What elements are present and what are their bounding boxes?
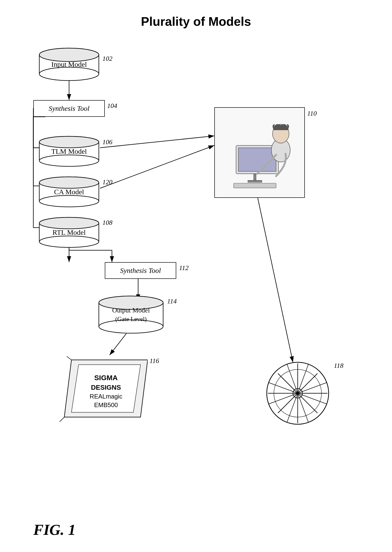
svg-point-18 (39, 155, 99, 166)
wheel-ref: 118 (334, 362, 343, 369)
person-ref: 110 (307, 110, 317, 117)
synthesis-tool-1-label: Synthesis Tool (49, 104, 89, 113)
tlm-model-label: TLM Model (51, 147, 87, 155)
input-model-ref: 102 (102, 55, 112, 62)
rtl-model-cylinder: RTL Model (38, 217, 100, 248)
page-container: Plurality of Models (0, 0, 392, 552)
svg-point-24 (39, 195, 99, 207)
svg-point-13 (39, 48, 99, 62)
output-model-ref: 114 (167, 297, 177, 305)
tlm-model-cylinder: TLM Model (38, 136, 100, 167)
synthesis-tool-1-box: Synthesis Tool (33, 100, 105, 117)
person-box (214, 107, 305, 198)
input-model-cylinder: Input Model (38, 48, 100, 81)
svg-point-30 (39, 236, 99, 247)
rtl-model-ref: 108 (102, 219, 112, 226)
svg-point-19 (39, 136, 99, 148)
svg-text:SIGMA: SIGMA (94, 374, 118, 382)
svg-point-25 (39, 177, 99, 188)
svg-point-12 (39, 67, 99, 80)
svg-text:EMB500: EMB500 (94, 401, 118, 409)
rtl-model-label: RTL Model (52, 228, 86, 237)
synthesis-tool-1-ref: 104 (107, 102, 117, 110)
synthesis-tool-2-label: Synthesis Tool (120, 266, 161, 275)
input-model-label: Input Model (51, 60, 87, 68)
svg-line-47 (60, 417, 64, 422)
arrows-svg (19, 43, 373, 543)
ca-model-cylinder: CA Model (38, 176, 100, 207)
svg-rect-36 (248, 180, 262, 182)
svg-line-6 (110, 334, 126, 355)
chip-ref: 116 (150, 357, 159, 365)
svg-text:DESIGNS: DESIGNS (91, 384, 121, 391)
svg-text:REALmagic: REALmagic (90, 393, 122, 400)
synthesis-tool-2-box: Synthesis Tool (105, 262, 176, 279)
ca-model-ref: 120 (102, 178, 112, 186)
wheel-box (264, 360, 331, 427)
fig-label: FIG. 1 (33, 521, 76, 539)
chip-box: SIGMA DESIGNS REALmagic EMB500 (57, 355, 148, 422)
page-title: Plurality of Models (19, 14, 373, 29)
tlm-model-ref: 106 (102, 138, 112, 146)
output-model-cylinder: Output Model(Gate Level) (98, 295, 164, 334)
svg-line-2 (100, 136, 214, 148)
svg-line-3 (100, 145, 214, 188)
svg-point-31 (39, 217, 99, 229)
output-model-label: Output Model(Gate Level) (112, 306, 150, 323)
svg-line-48 (67, 356, 71, 360)
svg-rect-37 (234, 183, 276, 188)
diagram-area: Input Model 102 Synthesis Tool 104 TLM M… (19, 43, 373, 543)
ca-model-label: CA Model (54, 188, 84, 196)
svg-line-7 (257, 195, 293, 362)
svg-rect-35 (254, 174, 256, 181)
synthesis-tool-2-ref: 112 (179, 264, 189, 272)
